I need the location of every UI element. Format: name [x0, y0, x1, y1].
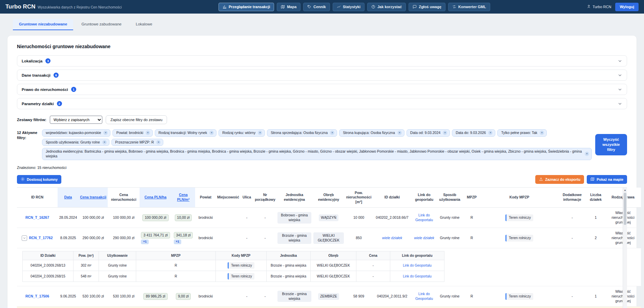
column-header[interactable]: Pow. nieruchomości [m²]: [345, 188, 373, 208]
tab-lokalowe[interactable]: Lokalowe: [130, 19, 159, 30]
remove-filter-icon[interactable]: ×: [146, 131, 150, 135]
scrollbar-thumb[interactable]: [624, 193, 626, 225]
column-header[interactable]: Powiat: [195, 188, 216, 208]
filter-chip-label: województwo: kujawsko-pomorskie: [46, 131, 101, 135]
filter-sets-select[interactable]: Wybierz z zapisanych: [50, 116, 102, 124]
geoportal-link[interactable]: Link do Geoportalu: [403, 274, 432, 278]
column-header[interactable]: Link do geoportalu: [412, 188, 437, 208]
stats-icon: [337, 5, 341, 9]
table-cell: 9,00 zł: [171, 286, 195, 307]
column-header[interactable]: MPZP: [463, 188, 481, 208]
column-header[interactable]: Cena transakcji: [79, 188, 108, 208]
user-menu[interactable]: Turbo RCN: [587, 4, 611, 9]
mpzp-code-chip: Teren rolniczy: [228, 262, 254, 269]
column-header[interactable]: ID RCN: [17, 188, 58, 208]
tab-gruntowe-niezabudowane[interactable]: Gruntowe niezabudowane: [13, 19, 73, 30]
save-filter-set-button[interactable]: Zapisz obecne filtry do zestawu: [106, 115, 167, 124]
column-header[interactable]: Data: [58, 188, 79, 208]
main-card: Nieruchomości gruntowe niezabudowane Lok…: [7, 36, 637, 308]
remove-filter-icon[interactable]: ×: [156, 140, 161, 145]
filter-section-lokalizacja[interactable]: Lokalizacja3: [17, 55, 627, 66]
column-header[interactable]: Obręb ewidencyjny: [312, 188, 345, 208]
column-header[interactable]: Cena PLN/m²: [171, 188, 195, 208]
column-header[interactable]: Nr porządkowy: [254, 188, 276, 208]
remove-filter-icon[interactable]: ×: [330, 131, 334, 135]
export-button[interactable]: Zaznacz do eksportu: [535, 175, 584, 184]
active-filters-row: 12 Aktywne filtry: województwo: kujawsko…: [17, 129, 627, 160]
more-values-badge[interactable]: +1: [141, 239, 148, 244]
remove-filter-icon[interactable]: ×: [540, 131, 544, 135]
user-icon: [587, 4, 591, 8]
table-row[interactable]: RCN_T_175069.06.2025530 100,00 zł530 100…: [17, 286, 641, 307]
results-table: ID RCNDataCena transakcjiCena nieruchomo…: [17, 188, 641, 308]
remove-filter-icon[interactable]: ×: [397, 131, 402, 135]
remove-filter-icon[interactable]: ×: [258, 131, 262, 135]
remove-filter-icon[interactable]: ×: [209, 131, 214, 135]
filter-chip: Rodzaj rynku: wtórny×: [219, 129, 265, 137]
show-on-map-button[interactable]: Pokaż na mapie: [587, 175, 627, 184]
more-values-badge[interactable]: +1: [174, 239, 181, 244]
table-cell: wiele działek: [373, 228, 412, 248]
column-header[interactable]: Liczba działek: [586, 188, 605, 208]
filter-chip-label: Rodzaj rynku: wtórny: [222, 131, 255, 135]
remove-filter-icon[interactable]: ×: [103, 131, 108, 135]
nav-button-cennik[interactable]: Cennik: [303, 3, 330, 11]
filter-chip-label: Strona kupująca: Osoba fizyczna: [343, 131, 395, 135]
nav-button-konwerter-gml[interactable]: Konwerter GML: [448, 3, 490, 11]
table-row[interactable]: RCN_T_177628.09.2025290 000,00 zł290 000…: [17, 228, 641, 248]
nav-button-statystyki[interactable]: Statystyki: [333, 3, 365, 11]
geoportal-link[interactable]: Link do Geoportalu: [403, 264, 432, 267]
geoportal-link[interactable]: Link do Geoportalu: [415, 292, 433, 301]
nav-button-przegladanie-transakcji[interactable]: Przeglądanie transakcji: [219, 3, 274, 11]
column-header[interactable]: Jednostka ewidencyjna: [276, 188, 312, 208]
column-header[interactable]: Cena nieruchomości: [108, 188, 140, 208]
cell-text: 10 000: [353, 215, 364, 219]
rcn-id-link[interactable]: RCN_T_17506: [25, 294, 49, 298]
table-row[interactable]: RCN_T_1747310.06.202540 000,00 zł39 465,…: [17, 307, 641, 308]
table-cell: RCN_T_17506: [17, 286, 58, 307]
customize-columns-button[interactable]: Dostosuj kolumny: [17, 175, 61, 184]
table-cell: Brzozie - gmina wiejska: [267, 271, 311, 282]
column-header[interactable]: Sposób użytkowania: [437, 188, 463, 208]
rcn-id-link[interactable]: RCN_T_16267: [25, 215, 49, 219]
value-chip: ZEMBRZE: [318, 293, 339, 300]
column-header[interactable]: Miejscowość: [216, 188, 240, 208]
multi-parcel-link[interactable]: wiele działek: [414, 236, 434, 240]
geoportal-link[interactable]: Link do Geoportalu: [415, 213, 433, 222]
expand-row-button[interactable]: [22, 235, 27, 241]
multi-parcel-link[interactable]: wiele działek: [382, 236, 402, 240]
filter-section-prawo-do-nieruchomosci[interactable]: Prawo do nieruchomości1: [17, 84, 627, 95]
tab-gruntowe-zabudowane[interactable]: Gruntowe zabudowane: [75, 19, 127, 30]
logout-button[interactable]: Wyloguj: [615, 3, 639, 11]
table-cell: 850: [345, 228, 373, 248]
scrollbar-up-icon[interactable]: ▲: [624, 188, 626, 192]
column-header[interactable]: ID działki: [373, 188, 412, 208]
table-cell: Teren rolniczy: [481, 228, 558, 248]
clear-all-filters-button[interactable]: Wyczyść wszystkie filtry: [595, 134, 627, 155]
column-header[interactable]: Ulica: [240, 188, 254, 208]
value-chip: Brzozie - gmina wiejska: [277, 232, 311, 244]
value-chip: Bobrowo - gmina wiejska: [277, 212, 311, 223]
price-cell: 89 986,25 zł: [143, 293, 167, 300]
nav-button-jak-korzystac[interactable]: Jak korzystać: [367, 3, 406, 11]
remove-filter-icon[interactable]: ×: [443, 131, 447, 135]
filter-section-parametry-dzialki[interactable]: Parametry działki2: [17, 98, 627, 109]
nav-button-mapa[interactable]: Mapa: [277, 3, 300, 11]
nav-buttons: Przeglądanie transakcjiMapaCennikStatyst…: [219, 3, 490, 11]
remove-filter-icon[interactable]: ×: [488, 131, 493, 135]
table-cell: Link do Geoportalu: [412, 208, 437, 228]
remove-filter-icon[interactable]: ×: [102, 140, 107, 145]
column-header[interactable]: Kody MPZP: [481, 188, 558, 208]
table-cell: [216, 286, 240, 307]
nav-button-zglos-uwage[interactable]: Zgłoś uwagę: [409, 3, 445, 11]
remove-filter-icon[interactable]: ×: [585, 152, 589, 156]
cell-text: Grunty rolne: [108, 274, 127, 278]
column-header[interactable]: Dodatkowe informacje: [558, 188, 586, 208]
filter-section-dane-transakcji[interactable]: Dane transakcji6: [17, 70, 627, 81]
rcn-id-link[interactable]: RCN_T_17762: [29, 236, 53, 240]
table-scrollbar[interactable]: ▲: [623, 188, 627, 308]
expanded-parcels-row: ID DziałkiPow. (m²)UżytkowanieMPZPKody M…: [17, 248, 641, 286]
column-header[interactable]: Cena PLN/ha: [140, 188, 171, 208]
table-row[interactable]: RCN_T_1626728.05.2024100 000,00 zł100 00…: [17, 208, 641, 228]
table-cell: 040204_2.0009.268/15: [23, 271, 74, 282]
